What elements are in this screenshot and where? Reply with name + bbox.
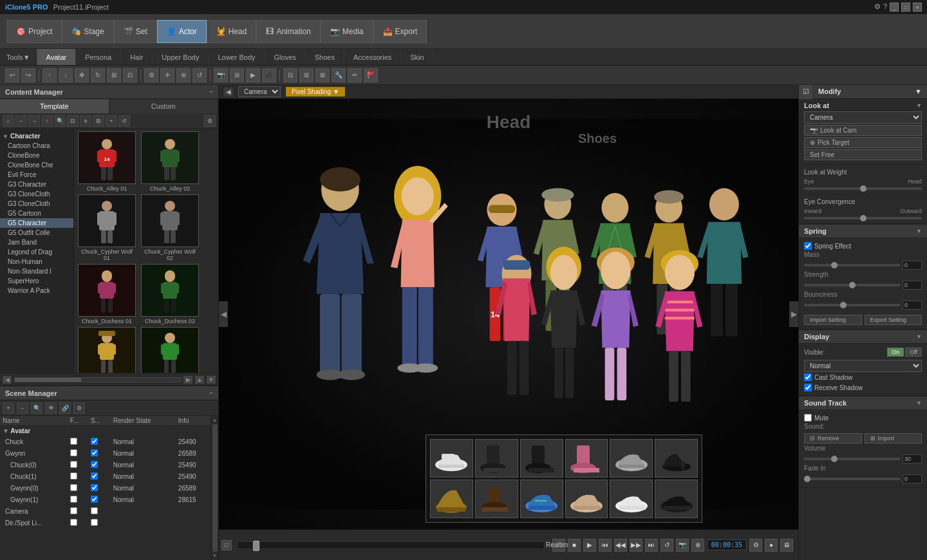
receive-shadow-checkbox[interactable] <box>804 384 812 391</box>
settings-icon[interactable]: ⚙ <box>874 3 881 12</box>
receive-shadow-check[interactable]: Receive Shadow <box>804 382 922 393</box>
tree-g5-outfit[interactable]: G5 Outfit Colle <box>0 228 73 238</box>
shading-dropdown[interactable]: Pixel Shading ▼ <box>286 87 345 97</box>
volume-slider[interactable] <box>804 458 900 460</box>
timeline-next-btn[interactable]: ⏭ <box>645 539 658 552</box>
bounciness-slider[interactable] <box>804 304 900 306</box>
scene-row-s-check[interactable] <box>91 449 98 456</box>
vp-side-left-arrow[interactable]: ◀ <box>219 301 228 327</box>
sm-add-btn[interactable]: + <box>3 402 14 414</box>
grid-item-chuck-cypher-01[interactable]: Chuck_Cypher Wolf 01 <box>77 194 137 261</box>
mass-slider[interactable] <box>804 264 900 266</box>
move-down-btn[interactable]: ↓ <box>59 68 73 82</box>
tab-avatar[interactable]: Avatar <box>37 49 77 65</box>
look-at-arrow[interactable]: ▼ <box>916 102 922 109</box>
tab-lower-body[interactable]: Lower Body <box>209 49 265 65</box>
scene-row-s-check[interactable] <box>91 496 98 503</box>
mute-checkbox[interactable] <box>804 414 812 422</box>
flag-btn[interactable]: 🚩 <box>364 68 378 82</box>
sm-link-btn[interactable]: 🔗 <box>59 402 71 414</box>
scene-row-s-check[interactable] <box>91 519 98 526</box>
cm-scroll-down-btn[interactable]: ▼ <box>207 376 216 384</box>
snap-btn[interactable]: ⊠ <box>315 68 330 82</box>
tab-accessories[interactable]: Accessories <box>344 49 401 65</box>
nav-export[interactable]: 📤 Export <box>373 20 427 43</box>
import-sound-btn[interactable]: ⊞ Import <box>865 433 922 443</box>
cm-list-btn[interactable]: ≡ <box>80 115 91 127</box>
display-mode-dropdown[interactable]: Normal <box>804 360 922 372</box>
grid-item-chuck-alley-01[interactable]: 14 Chuck_Alley 01 <box>77 131 137 192</box>
shoe-sneakers-blue[interactable] <box>520 480 563 518</box>
scene-row-f-check[interactable] <box>70 496 77 503</box>
scene-scroll-down[interactable]: ▼ <box>212 553 218 559</box>
timeline-settings-btn[interactable]: ⚙ <box>749 539 762 552</box>
cm-refresh-btn[interactable]: ↺ <box>118 115 130 127</box>
expand-arrow[interactable]: ▼ <box>3 427 9 434</box>
content-manager-collapse[interactable]: − <box>209 88 213 95</box>
scene-row-f-check[interactable] <box>70 484 77 491</box>
visible-on-btn[interactable]: On <box>887 348 904 357</box>
tree-g5-character[interactable]: G5 Character <box>0 218 73 228</box>
tree-evil-force[interactable]: Evil Force <box>0 170 73 180</box>
nav-actor[interactable]: 👤 Actor <box>157 20 207 43</box>
tree-g3-clonecloth1[interactable]: G3 CloneCloth <box>0 189 73 199</box>
shoe-boots-black-1[interactable] <box>475 439 518 478</box>
cross-btn[interactable]: ✛ <box>160 68 174 82</box>
nav-set[interactable]: 🎬 Set <box>114 20 157 43</box>
scene-row-f-check[interactable] <box>70 472 77 480</box>
cm-home-btn[interactable]: ⌂ <box>3 115 14 127</box>
cm-filter-btn[interactable]: ⊟ <box>67 115 79 127</box>
shoe-shoes-white[interactable] <box>610 480 653 518</box>
minimize-btn[interactable]: _ <box>890 3 899 12</box>
cast-shadow-check[interactable]: Cast Shadow <box>804 372 922 382</box>
nav-head[interactable]: 💆 Head <box>207 20 257 43</box>
rotate-btn[interactable]: ↻ <box>91 68 105 82</box>
fade-in-slider[interactable] <box>804 478 900 480</box>
timeline-stop-btn[interactable]: ■ <box>568 539 581 552</box>
scene-row-s-check[interactable] <box>91 472 98 480</box>
cm-scrollbar[interactable] <box>14 377 181 382</box>
scene-row-s-check[interactable] <box>91 507 98 514</box>
timeline-prev-frame-btn[interactable]: ◀◀ <box>614 539 627 552</box>
scene-row-f-check[interactable] <box>70 438 77 445</box>
scene-row-s-check[interactable] <box>91 461 98 468</box>
shoe-sneakers-gray[interactable] <box>610 439 653 478</box>
spring-arrow[interactable]: ▼ <box>916 228 922 234</box>
cm-fwd-btn[interactable]: → <box>28 115 40 127</box>
camera-dropdown[interactable]: Camera <box>238 86 281 97</box>
grid-item-chuck-duchess-01[interactable]: Chuck_Duchess 01 <box>77 264 137 324</box>
cam-btn[interactable]: 📷 <box>214 68 228 82</box>
tree-g3-clonecloth2[interactable]: G3 CloneCloth <box>0 199 73 209</box>
nav-animation[interactable]: 🎞 Animation <box>256 20 320 43</box>
cast-shadow-checkbox[interactable] <box>804 373 812 381</box>
pick-target-btn[interactable]: ⊕ Pick Target <box>804 137 922 148</box>
sm-settings-btn[interactable]: ⚙ <box>73 402 85 414</box>
shoe-boots-dk-brown[interactable] <box>475 480 518 518</box>
rp-checkbox-area[interactable]: ☑ <box>799 85 813 99</box>
cm-scroll-right[interactable]: ▶ <box>183 376 192 384</box>
tab-template[interactable]: Template <box>0 99 109 113</box>
tab-hair[interactable]: Hair <box>121 49 153 65</box>
align-btn[interactable]: ⊟ <box>283 68 297 82</box>
timeline-anchor-btn[interactable]: ⊕ <box>691 539 704 552</box>
import-setting-btn[interactable]: Import Setting <box>804 315 862 325</box>
distribute-btn[interactable]: ⊞ <box>299 68 314 82</box>
reset-btn[interactable]: ↺ <box>192 68 207 82</box>
select-btn[interactable]: ⊡ <box>123 68 137 82</box>
cm-scroll-up-btn[interactable]: ▲ <box>195 376 204 384</box>
display-arrow[interactable]: ▼ <box>916 333 922 340</box>
timeline-marker-icon[interactable]: ⊡ <box>221 540 232 550</box>
cm-back-btn[interactable]: ← <box>15 115 27 127</box>
tree-non-human[interactable]: Non-Human <box>0 257 73 266</box>
tree-character-parent[interactable]: ▼ Character <box>0 131 73 141</box>
cm-scroll-left[interactable]: ◀ <box>3 376 12 384</box>
sm-eye-btn[interactable]: 👁 <box>45 402 57 414</box>
tab-gloves[interactable]: Gloves <box>265 49 306 65</box>
sm-search-btn[interactable]: 🔍 <box>31 402 42 414</box>
strength-slider[interactable] <box>804 284 900 286</box>
tree-non-standard[interactable]: Non-Standard I <box>0 266 73 276</box>
tree-legond-drag[interactable]: Legond of Drag <box>0 247 73 257</box>
shoe-shoes-black[interactable] <box>655 480 698 518</box>
visible-off-btn[interactable]: Off <box>905 348 922 357</box>
bounciness-value[interactable] <box>903 301 922 310</box>
